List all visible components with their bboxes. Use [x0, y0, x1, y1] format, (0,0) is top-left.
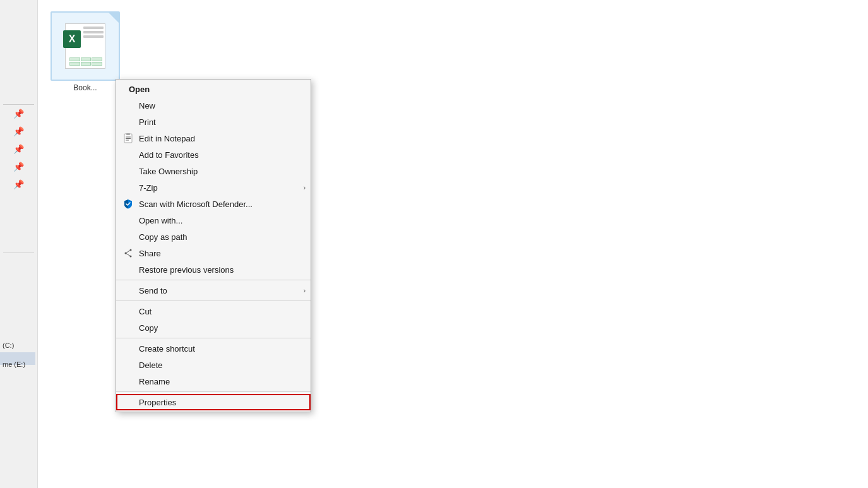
sidebar-pins: 📌 📌 📌 📌 📌	[0, 0, 37, 191]
drive-c-label[interactable]: (C:)	[0, 342, 14, 349]
menu-item-print[interactable]: Print	[116, 114, 311, 130]
menu-item-label-edit-notepad: Edit in Notepad	[139, 134, 195, 143]
menu-item-label-share: Share	[139, 249, 161, 258]
menu-item-add-favorites[interactable]: Add to Favorites	[116, 146, 311, 163]
excel-cell-6	[92, 62, 102, 66]
excel-cell-2	[81, 57, 92, 61]
menu-item-copy-path[interactable]: Copy as path	[116, 229, 311, 245]
menu-item-label-restore: Restore previous versions	[139, 265, 234, 275]
excel-icon-inner: X	[65, 23, 105, 69]
svg-rect-1	[126, 133, 130, 135]
excel-cell-5	[81, 62, 92, 66]
menu-item-label-scan-defender: Scan with Microsoft Defender...	[139, 199, 253, 209]
menu-item-new[interactable]: New	[116, 97, 311, 114]
menu-item-7zip[interactable]: 7-Zip›	[116, 179, 311, 196]
submenu-arrow-send-to: ›	[304, 287, 306, 294]
menu-separator-after-copy	[116, 338, 311, 338]
menu-item-label-print: Print	[139, 117, 156, 127]
menu-item-label-cut: Cut	[139, 307, 152, 316]
excel-line-3	[83, 35, 104, 38]
excel-cell-4	[69, 62, 80, 66]
menu-item-label-send-to: Send to	[139, 286, 167, 295]
menu-item-restore[interactable]: Restore previous versions	[116, 261, 311, 278]
file-icon-container[interactable]: X Book...	[47, 11, 123, 92]
menu-item-rename[interactable]: Rename	[116, 373, 311, 390]
menu-item-label-copy-path: Copy as path	[139, 232, 187, 242]
menu-item-label-open-with: Open with...	[139, 216, 182, 225]
pin-icon-5: 📌	[13, 178, 25, 191]
menu-item-send-to[interactable]: Send to›	[116, 282, 311, 299]
pin-icon-4: 📌	[13, 160, 25, 173]
menu-item-label-delete: Delete	[139, 360, 163, 370]
menu-separator-after-rename	[116, 391, 311, 392]
menu-item-create-shortcut[interactable]: Create shortcut	[116, 340, 311, 357]
excel-line-1	[83, 27, 104, 29]
menu-item-copy[interactable]: Copy	[116, 319, 311, 336]
sidebar-divider-top	[3, 104, 34, 105]
notepad-icon	[122, 133, 134, 144]
pin-icon-1: 📌	[13, 107, 25, 120]
svg-line-9	[126, 253, 131, 256]
file-corner	[109, 13, 119, 23]
menu-item-open[interactable]: Open	[116, 81, 311, 97]
menu-item-delete[interactable]: Delete	[116, 357, 311, 373]
menu-item-label-create-shortcut: Create shortcut	[139, 344, 195, 354]
menu-item-label-add-favorites: Add to Favorites	[139, 150, 199, 160]
excel-badge: X	[63, 30, 81, 48]
sidebar-divider-bottom	[3, 253, 34, 253]
menu-item-label-open: Open	[129, 85, 150, 94]
menu-item-label-new: New	[139, 101, 155, 110]
menu-separator-after-send-to	[116, 301, 311, 301]
menu-item-properties[interactable]: Properties	[116, 394, 311, 410]
menu-item-take-ownership[interactable]: Take Ownership	[116, 163, 311, 179]
menu-item-label-copy: Copy	[139, 323, 158, 333]
desktop: 📌 📌 📌 📌 📌 (C:) me (E:) X	[0, 0, 868, 488]
menu-item-label-rename: Rename	[139, 377, 170, 386]
excel-cell-3	[92, 57, 102, 61]
pin-icon-2: 📌	[13, 125, 25, 138]
pin-icon-3: 📌	[13, 143, 25, 155]
sidebar: 📌 📌 📌 📌 📌 (C:) me (E:)	[0, 0, 38, 488]
file-label: Book...	[47, 83, 123, 92]
share-icon	[122, 247, 134, 259]
menu-separator-after-restore	[116, 280, 311, 280]
excel-lines	[83, 27, 104, 40]
menu-item-share[interactable]: Share	[116, 245, 311, 261]
excel-grid	[69, 57, 102, 66]
menu-item-edit-notepad[interactable]: Edit in Notepad	[116, 130, 311, 146]
excel-file-icon[interactable]: X	[51, 11, 120, 81]
svg-line-8	[126, 250, 131, 253]
excel-line-2	[83, 31, 104, 33]
menu-item-scan-defender[interactable]: Scan with Microsoft Defender...	[116, 196, 311, 212]
menu-item-open-with[interactable]: Open with...	[116, 212, 311, 229]
defender-icon	[122, 198, 134, 210]
excel-cell-1	[69, 57, 80, 61]
menu-item-label-take-ownership: Take Ownership	[139, 167, 198, 176]
menu-item-label-properties: Properties	[139, 398, 176, 407]
menu-item-cut[interactable]: Cut	[116, 303, 311, 319]
submenu-arrow-7zip: ›	[304, 184, 306, 191]
context-menu: OpenNewPrint Edit in NotepadAdd to Favor…	[116, 79, 311, 412]
drive-e-label[interactable]: me (E:)	[0, 360, 25, 368]
menu-item-label-7zip: 7-Zip	[139, 183, 158, 193]
